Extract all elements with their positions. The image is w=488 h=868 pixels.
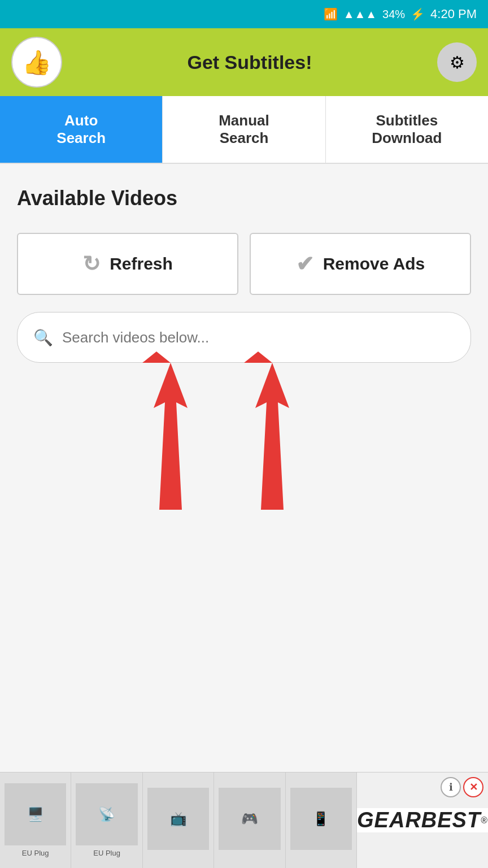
arrow-overlay <box>17 351 471 532</box>
ad-close-button[interactable]: ✕ <box>463 777 483 797</box>
info-icon: ℹ <box>449 781 453 793</box>
settings-icon: ⚙ <box>450 53 465 72</box>
status-icons: 📶 ▲▲▲ 34% ⚡ 4:20 PM <box>324 7 477 21</box>
tabs-container: Auto Search Manual Search Subtitles Down… <box>0 96 488 164</box>
buttons-row: ↻ Refresh ✔ Remove Ads <box>17 233 471 295</box>
ad-product-img-4: 🎮 <box>219 788 280 850</box>
status-bar: 📶 ▲▲▲ 34% ⚡ 4:20 PM <box>0 0 488 28</box>
tab-auto-search[interactable]: Auto Search <box>0 96 163 163</box>
app-header: 👍 Get Subtitles! ⚙ <box>0 28 488 96</box>
ad-product-4: 🎮 <box>214 772 285 869</box>
tutorial-arrows <box>125 351 363 532</box>
ad-product-1: 🖥️ EU Plug <box>0 772 71 869</box>
section-title: Available Videos <box>17 186 471 210</box>
ad-product-img-2: 📡 <box>76 783 137 845</box>
remove-ads-button[interactable]: ✔ Remove Ads <box>250 233 471 295</box>
status-time: 4:20 PM <box>430 7 477 21</box>
app-logo: 👍 <box>11 37 62 88</box>
main-content: Available Videos ↻ Refresh ✔ Remove Ads … <box>0 164 488 672</box>
ad-content: 🖥️ EU Plug 📡 EU Plug 📺 🎮 📱 GEARBEST ® <box>0 772 488 868</box>
search-box[interactable]: 🔍 <box>17 312 471 363</box>
svg-marker-2 <box>255 363 289 510</box>
ad-brand[interactable]: GEARBEST ® <box>357 808 488 832</box>
logo-icon: 👍 <box>22 49 51 76</box>
ad-product-3: 📺 <box>143 772 214 869</box>
tab-manual-search[interactable]: Manual Search <box>163 96 325 163</box>
ad-product-5: 📱 <box>286 772 357 869</box>
ad-banner: 🖥️ EU Plug 📡 EU Plug 📺 🎮 📱 GEARBEST ® ℹ … <box>0 772 488 868</box>
wifi-icon: 📶 <box>324 7 338 21</box>
settings-button[interactable]: ⚙ <box>437 42 477 82</box>
refresh-label: Refresh <box>110 254 173 274</box>
ad-info-button[interactable]: ℹ <box>441 777 461 797</box>
ad-product-img-3: 📺 <box>147 788 209 850</box>
tab-subtitles-download[interactable]: Subtitles Download <box>326 96 488 163</box>
refresh-icon: ↻ <box>82 251 101 276</box>
remove-ads-label: Remove Ads <box>323 254 425 274</box>
close-icon: ✕ <box>469 781 478 793</box>
checkmark-icon: ✔ <box>296 251 314 276</box>
ad-product-img-1: 🖥️ <box>5 783 66 845</box>
battery-percent: 34% <box>382 8 405 21</box>
ad-controls: ℹ ✕ <box>441 777 483 797</box>
refresh-button[interactable]: ↻ Refresh <box>17 233 238 295</box>
ad-product-img-5: 📱 <box>290 788 352 850</box>
svg-marker-0 <box>154 363 188 510</box>
app-title: Get Subtitles! <box>62 51 437 73</box>
search-input[interactable] <box>62 329 455 346</box>
ad-brand-name: GEARBEST <box>357 808 481 832</box>
ad-product-2: 📡 EU Plug <box>71 772 142 869</box>
battery-icon: ⚡ <box>411 7 425 21</box>
search-icon: 🔍 <box>33 328 53 347</box>
signal-icon: ▲▲▲ <box>343 8 377 21</box>
